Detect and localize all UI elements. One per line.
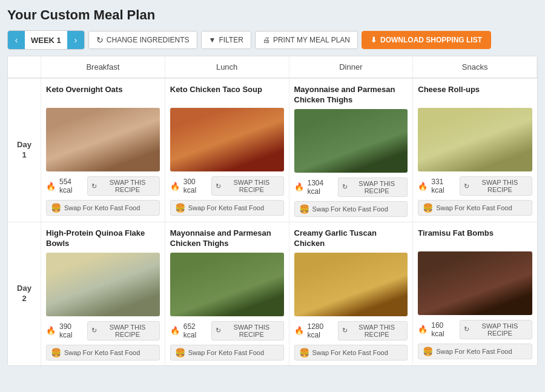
- kcal-value: 554 kcal: [59, 178, 84, 194]
- kcal-row: 🔥 331 kcal ↻ SWAP THIS RECIPE: [418, 176, 532, 196]
- filter-button[interactable]: ▼ FILTER: [201, 31, 251, 49]
- prev-week-button[interactable]: ‹: [8, 31, 25, 49]
- swap-recipe-button[interactable]: ↻ SWAP THIS RECIPE: [460, 176, 532, 196]
- kcal-row: 🔥 1280 kcal ↻ SWAP THIS RECIPE: [294, 321, 408, 341]
- toolbar: ‹ WEEK 1 › ↻ CHANGE INGREDIENTS ▼ FILTER…: [7, 30, 538, 50]
- meal-image: [418, 108, 532, 171]
- fast-food-button[interactable]: 🍔 Swap For Keto Fast Food: [46, 200, 160, 216]
- fast-food-button[interactable]: 🍔 Swap For Keto Fast Food: [294, 345, 408, 360]
- burger-icon: 🍔: [175, 203, 185, 213]
- swap-icon: ↻: [464, 182, 469, 190]
- day-1-dinner: Mayonnaise and Parmesan Chicken Thighs 🔥…: [289, 79, 414, 222]
- swap-icon: ↻: [216, 327, 221, 334]
- day-1-label: Day 1: [8, 79, 41, 222]
- flame-icon: 🔥: [46, 182, 56, 191]
- change-ingredients-label: CHANGE INGREDIENTS: [107, 36, 190, 44]
- meal-name: Cheese Roll-ups: [418, 85, 532, 104]
- lunch-col-header: Lunch: [165, 56, 289, 78]
- filter-icon: ▼: [209, 36, 216, 44]
- meal-image: [418, 251, 532, 315]
- fast-food-button[interactable]: 🍔 Swap For Keto Fast Food: [170, 200, 284, 216]
- day-1-snacks: Cheese Roll-ups 🔥 331 kcal ↻ SWAP THIS R…: [413, 79, 537, 222]
- swap-recipe-button[interactable]: ↻ SWAP THIS RECIPE: [460, 320, 532, 339]
- day-row: Day 2 High-Protein Quinoa Flake Bowls 🔥 …: [8, 222, 537, 365]
- swap-recipe-button[interactable]: ↻ SWAP THIS RECIPE: [338, 178, 408, 197]
- print-label: PRINT MY MEAL PLAN: [273, 36, 350, 44]
- kcal-row: 🔥 300 kcal ↻ SWAP THIS RECIPE: [170, 176, 284, 196]
- day-2-breakfast: High-Protein Quinoa Flake Bowls 🔥 390 kc…: [41, 222, 165, 365]
- swap-icon: ↻: [216, 182, 221, 190]
- burger-icon: 🍔: [423, 203, 433, 213]
- flame-icon: 🔥: [170, 326, 180, 335]
- flame-icon: 🔥: [294, 182, 304, 191]
- day-row: Day 1 Keto Overnight Oats 🔥 554 kcal ↻ S…: [8, 78, 537, 222]
- swap-recipe-button[interactable]: ↻ SWAP THIS RECIPE: [211, 321, 283, 341]
- swap-recipe-button[interactable]: ↻ SWAP THIS RECIPE: [211, 176, 283, 196]
- meal-image: [170, 253, 284, 316]
- kcal-value: 390 kcal: [59, 322, 84, 339]
- day-1-lunch: Keto Chicken Taco Soup 🔥 300 kcal ↻ SWAP…: [165, 79, 289, 222]
- meal-name: Tiramisu Fat Bombs: [418, 228, 532, 248]
- flame-icon: 🔥: [418, 182, 428, 191]
- filter-label: FILTER: [219, 36, 243, 44]
- swap-recipe-button[interactable]: ↻ SWAP THIS RECIPE: [338, 321, 408, 341]
- kcal-value: 300 kcal: [183, 178, 208, 194]
- flame-icon: 🔥: [46, 326, 56, 335]
- column-headers: Breakfast Lunch Dinner Snacks: [8, 56, 537, 78]
- meal-image: [46, 253, 160, 316]
- week-label: WEEK 1: [25, 36, 67, 45]
- flame-icon: 🔥: [418, 325, 428, 334]
- day-2-lunch: Mayonnaise and Parmesan Chicken Thighs 🔥…: [165, 222, 289, 365]
- meal-name: Mayonnaise and Parmesan Chicken Thighs: [294, 85, 408, 105]
- burger-icon: 🍔: [51, 348, 61, 357]
- kcal-value: 1304 kcal: [308, 179, 335, 196]
- swap-icon: ↻: [342, 183, 348, 191]
- kcal-row: 🔥 160 kcal ↻ SWAP THIS RECIPE: [418, 320, 532, 339]
- burger-icon: 🍔: [51, 203, 61, 213]
- meal-image: [46, 108, 160, 171]
- meal-image: [294, 109, 408, 173]
- kcal-row: 🔥 554 kcal ↻ SWAP THIS RECIPE: [46, 176, 160, 196]
- swap-icon: ↻: [91, 327, 97, 334]
- meal-image: [170, 108, 284, 171]
- swap-icon: ↻: [342, 327, 348, 334]
- page-title: Your Custom Meal Plan: [7, 7, 538, 23]
- meal-image: [294, 253, 408, 316]
- kcal-row: 🔥 1304 kcal ↻ SWAP THIS RECIPE: [294, 178, 408, 197]
- fast-food-button[interactable]: 🍔 Swap For Keto Fast Food: [418, 200, 532, 216]
- day-2-snacks: Tiramisu Fat Bombs 🔥 160 kcal ↻ SWAP THI…: [413, 222, 537, 365]
- burger-icon: 🍔: [299, 348, 309, 357]
- day-2-label: Day 2: [8, 222, 41, 365]
- burger-icon: 🍔: [299, 204, 309, 214]
- meal-name: Mayonnaise and Parmesan Chicken Thighs: [170, 228, 284, 249]
- download-label: DOWNLOAD SHOPPING LIST: [380, 36, 482, 44]
- fast-food-button[interactable]: 🍔 Swap For Keto Fast Food: [170, 345, 284, 360]
- meal-name: High-Protein Quinoa Flake Bowls: [46, 228, 160, 249]
- kcal-row: 🔥 390 kcal ↻ SWAP THIS RECIPE: [46, 321, 160, 341]
- meal-name: Creamy Garlic Tuscan Chicken: [294, 228, 408, 249]
- fast-food-button[interactable]: 🍔 Swap For Keto Fast Food: [46, 345, 160, 360]
- change-ingredients-button[interactable]: ↻ CHANGE INGREDIENTS: [88, 31, 197, 49]
- kcal-row: 🔥 652 kcal ↻ SWAP THIS RECIPE: [170, 321, 284, 341]
- print-button[interactable]: 🖨 PRINT MY MEAL PLAN: [255, 31, 358, 49]
- burger-icon: 🍔: [175, 348, 185, 357]
- download-button[interactable]: ⬇ DOWNLOAD SHOPPING LIST: [362, 31, 491, 49]
- snacks-col-header: Snacks: [413, 56, 537, 78]
- download-icon: ⬇: [371, 36, 377, 44]
- burger-icon: 🍔: [423, 347, 433, 356]
- fast-food-button[interactable]: 🍔 Swap For Keto Fast Food: [418, 344, 532, 359]
- flame-icon: 🔥: [294, 326, 304, 335]
- fast-food-button[interactable]: 🍔 Swap For Keto Fast Food: [294, 201, 408, 217]
- kcal-value: 652 kcal: [183, 322, 208, 339]
- kcal-value: 331 kcal: [431, 178, 456, 194]
- swap-recipe-button[interactable]: ↻ SWAP THIS RECIPE: [87, 176, 159, 196]
- print-icon: 🖨: [263, 36, 270, 44]
- dinner-col-header: Dinner: [289, 56, 414, 78]
- next-week-button[interactable]: ›: [67, 31, 84, 49]
- breakfast-col-header: Breakfast: [41, 56, 165, 78]
- swap-recipe-button[interactable]: ↻ SWAP THIS RECIPE: [87, 321, 159, 341]
- day-2-dinner: Creamy Garlic Tuscan Chicken 🔥 1280 kcal…: [289, 222, 414, 365]
- refresh-icon: ↻: [96, 35, 104, 45]
- meal-plan-table: Breakfast Lunch Dinner Snacks Day 1 Keto…: [7, 56, 538, 366]
- meal-name: Keto Overnight Oats: [46, 85, 160, 104]
